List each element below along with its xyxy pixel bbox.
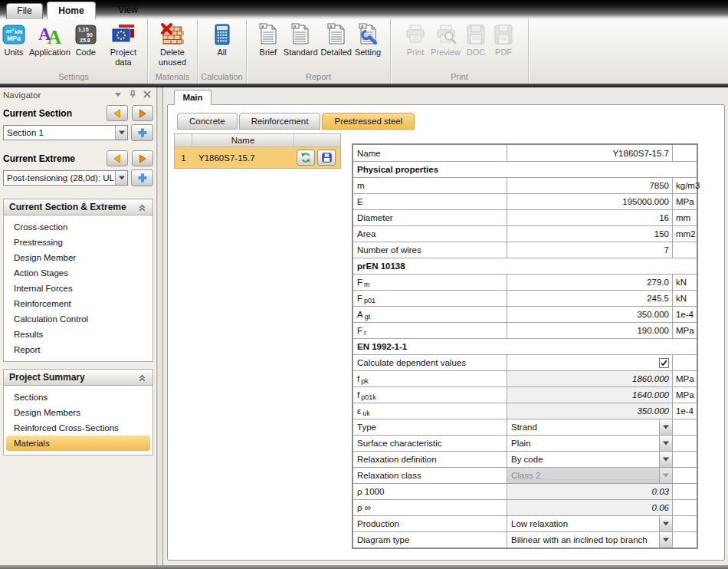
brief-button[interactable]: aBrief: [254, 21, 282, 59]
property-label: Number of wires: [353, 242, 507, 258]
property-row: ρ ∞0.06: [353, 499, 697, 515]
setting-button[interactable]: aSetting: [353, 21, 382, 59]
ribbon-group-buttons: Delete unused: [148, 19, 197, 71]
application-button[interactable]: AAApplication: [28, 21, 72, 59]
chevron-down-icon[interactable]: [115, 126, 127, 140]
sidebar-item-action-stages[interactable]: Action Stages: [6, 265, 150, 281]
next-section-button[interactable]: [132, 105, 153, 121]
ribbon-group-label: Settings: [0, 71, 147, 84]
sidebar-item-results[interactable]: Results: [6, 327, 150, 342]
code-button[interactable]: 1,159025.8Code: [72, 21, 100, 59]
property-value[interactable]: 245.5: [507, 291, 673, 306]
previous-section-button[interactable]: [107, 105, 128, 121]
window-tab-home[interactable]: Home: [47, 2, 96, 19]
tab-main[interactable]: Main: [174, 90, 212, 105]
sidebar-item-sections[interactable]: Sections: [6, 390, 150, 405]
dropdown-diagram-type[interactable]: Bilinear with an inclined top branch: [507, 532, 672, 548]
property-value[interactable]: 0.03: [507, 484, 673, 499]
preview-button[interactable]: Preview: [429, 21, 462, 59]
property-value[interactable]: 7: [507, 242, 673, 258]
next-extreme-button[interactable]: [132, 150, 153, 166]
print-button[interactable]: Print: [402, 21, 429, 59]
close-icon[interactable]: [143, 90, 152, 100]
window-tab-file[interactable]: File: [6, 3, 43, 19]
sidebar-item-report[interactable]: Report: [6, 342, 150, 357]
unit-label: [673, 468, 697, 483]
chevron-down-icon[interactable]: [659, 468, 672, 483]
tab-prestressed-steel[interactable]: Prestressed steel: [322, 113, 415, 130]
window-tab-view[interactable]: View: [105, 2, 151, 19]
sidebar-item-design-member[interactable]: Design Member: [6, 250, 150, 265]
delete-unused-button[interactable]: Delete unused: [148, 21, 197, 69]
ribbon-group-label: Materials: [148, 71, 197, 84]
property-value[interactable]: 350.000: [507, 403, 673, 419]
sidebar-item-cross-section[interactable]: Cross-section: [6, 219, 150, 235]
sidebar-item-calculation-control[interactable]: Calculation Control: [6, 311, 150, 327]
property-value[interactable]: 16: [507, 210, 673, 225]
property-value[interactable]: Y1860S7-15.7: [507, 145, 673, 161]
pin-icon[interactable]: [128, 90, 137, 100]
project-data-button[interactable]: Project data: [100, 21, 147, 69]
value-text: 195000.000: [622, 197, 669, 206]
ribbon-button-label: Code: [76, 48, 96, 58]
chevron-down-icon[interactable]: [113, 90, 123, 100]
refresh-material-button[interactable]: [297, 150, 315, 166]
chevron-down-icon[interactable]: [659, 516, 672, 531]
sidebar-item-materials[interactable]: Materials: [6, 436, 150, 451]
chevron-down-icon: [118, 175, 126, 181]
property-value[interactable]: 1860.000: [507, 371, 673, 386]
sidebar-item-prestressing[interactable]: Prestressing: [6, 235, 150, 250]
sidebar-item-internal-forces[interactable]: Internal Forces: [6, 281, 150, 296]
previous-extreme-button[interactable]: [107, 150, 128, 166]
unit-text: MPa: [676, 374, 694, 383]
dropdown-relaxation-definition[interactable]: By code: [507, 452, 672, 467]
current-extreme-select[interactable]: Post-tensioning (28,0d): ULS: [3, 170, 128, 186]
floppy-icon: [464, 22, 488, 47]
dropdown-surface-characteristic[interactable]: Plain: [507, 436, 672, 451]
dropdown-type[interactable]: Strand: [507, 419, 672, 435]
all-button[interactable]: All: [208, 21, 236, 59]
sidebar-item-design-members[interactable]: Design Members: [6, 405, 150, 420]
property-value[interactable]: 350.000: [507, 307, 673, 322]
add-section-button[interactable]: [131, 124, 153, 141]
detailed-button[interactable]: aDetailed: [320, 21, 353, 59]
doc-button[interactable]: DOC: [462, 21, 490, 59]
navigator-group-header[interactable]: Current Section & Extreme: [3, 199, 153, 215]
dropdown-production[interactable]: Low relaxation: [507, 516, 672, 531]
standard-button[interactable]: aStandard: [282, 21, 320, 59]
table-row[interactable]: 1Y1860S7-15.7: [175, 147, 340, 168]
current-section-select[interactable]: Section 1: [3, 125, 128, 140]
chevron-down-icon[interactable]: [115, 171, 127, 185]
label-subscript: p01k: [361, 393, 376, 401]
property-value[interactable]: 150: [507, 226, 673, 242]
property-value[interactable]: 0.06: [507, 500, 673, 515]
chevron-down-icon[interactable]: [659, 532, 672, 548]
chevron-down-icon[interactable]: [659, 436, 672, 451]
ribbon-button-label: Standard: [284, 48, 318, 58]
tab-concrete[interactable]: Concrete: [177, 113, 238, 130]
panel-splitter[interactable]: [157, 87, 163, 565]
actions-column-header: [294, 134, 340, 146]
property-value[interactable]: 279.0: [507, 275, 673, 290]
add-extreme-button[interactable]: [131, 169, 153, 186]
property-value[interactable]: 195000.000: [507, 194, 673, 209]
property-value[interactable]: 1640.000: [507, 387, 673, 403]
label-text: Number of wires: [357, 245, 421, 255]
property-value[interactable]: 190.000: [507, 323, 673, 338]
sidebar-item-reinforced-cross-sections[interactable]: Reinforced Cross-Sections: [6, 420, 150, 436]
label-text: F: [357, 326, 362, 335]
unit-label: [673, 436, 697, 451]
property-row: E195000.000MPa: [353, 193, 697, 209]
tab-reinforcement[interactable]: Reinforcement: [239, 113, 321, 130]
save-material-button[interactable]: [317, 150, 336, 166]
property-value[interactable]: 7850: [507, 178, 673, 193]
pdf-button[interactable]: PDF: [490, 21, 517, 59]
navigator-group-title: Project Summary: [9, 372, 85, 383]
chevron-down-icon[interactable]: [659, 452, 672, 467]
sidebar-item-reinforcement[interactable]: Reinforcement: [6, 296, 150, 311]
chevron-down-icon[interactable]: [659, 419, 672, 435]
navigator-group-header[interactable]: Project Summary: [3, 369, 153, 386]
units-button[interactable]: m²kNMPaUnits: [0, 21, 28, 59]
property-row: εuk350.0001e-4: [353, 403, 697, 419]
checkbox[interactable]: [659, 358, 669, 368]
